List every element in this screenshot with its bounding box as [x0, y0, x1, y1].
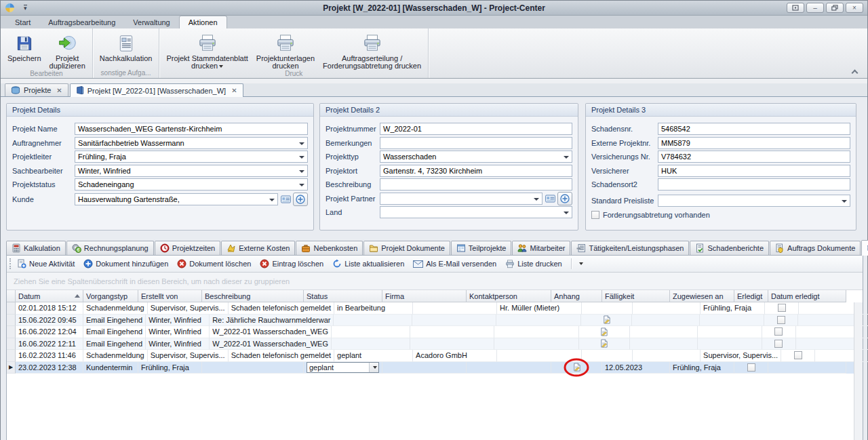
erledigt-checkbox[interactable]	[794, 351, 802, 359]
close-button[interactable]: ×	[846, 3, 863, 13]
table-row[interactable]: ▶23.02.2023 12:38KundenterminFrühling, F…	[7, 362, 863, 374]
tab-projekt-dokumente[interactable]: Projekt Dokumente	[363, 241, 450, 255]
attachment-icon[interactable]	[599, 327, 608, 336]
ribbon-tab-start[interactable]: Start	[6, 16, 39, 28]
erledigt-checkbox[interactable]	[777, 316, 785, 324]
minimize-button[interactable]: –	[806, 3, 824, 13]
tab-auftrags-dokumente[interactable]: Auftrags Dokumente	[770, 241, 861, 255]
tab-rechnungsplanung[interactable]: €Rechnungsplanung	[66, 241, 154, 255]
column-header-beschreibung[interactable]: Beschreibung	[202, 290, 304, 302]
tab-nebenkosten[interactable]: Nebenkosten	[296, 241, 363, 255]
column-header-status[interactable]: Status	[304, 290, 382, 302]
chevron-down-icon[interactable]	[564, 156, 569, 159]
projekt-stammdatenblatt-drucken-button[interactable]: Projekt Stammdatenblattdrucken	[162, 31, 252, 70]
field-projektnummer[interactable]: W_2022-01	[380, 123, 572, 135]
field-auftragnehmer[interactable]: Sanitärfachbetrieb Wassermann	[75, 137, 308, 149]
tab-taetigkeiten-leistungsphasen[interactable]: Tätigkeiten/Leistungsphasen	[571, 241, 689, 255]
tab-kalkulation[interactable]: Kalkulation	[6, 241, 66, 255]
forderungsabtretung-checkbox[interactable]	[591, 211, 599, 219]
lookup-card-icon[interactable]	[281, 195, 291, 203]
tab-schadenberichte[interactable]: Schadenberichte	[690, 241, 769, 255]
column-header-faelligkeit[interactable]: Fälligkeit	[602, 290, 670, 302]
chevron-down-icon[interactable]	[299, 142, 304, 145]
vertical-scrollbar[interactable]	[854, 302, 863, 440]
column-header-zugewiesen-an[interactable]: Zugewiesen an	[670, 290, 734, 302]
neue-aktivitaet-button[interactable]: Neue Aktivität	[17, 259, 75, 268]
erledigt-checkbox[interactable]	[778, 304, 786, 312]
projekt-duplizieren-button[interactable]: Projektduplizieren	[45, 31, 90, 70]
table-row[interactable]: 16.02.2023 11:46SchadenmeldungSupervisor…	[7, 350, 863, 362]
field-standard-preisliste[interactable]	[658, 195, 850, 207]
table-row[interactable]: 16.06.2022 12:11Email EingehendWinter, W…	[7, 338, 863, 351]
auftragserteilung-forderungsabtretung-drucken-button[interactable]: Auftragserteilung /Forderungsabtretung d…	[319, 31, 425, 70]
document-tab-projekte[interactable]: Projekte✕	[5, 83, 68, 96]
field-kunde[interactable]: Hausverwaltung Gartenstraße,	[75, 193, 278, 205]
chevron-down-icon[interactable]	[299, 156, 304, 159]
erledigt-checkbox[interactable]	[774, 340, 783, 348]
lookup-card-icon[interactable]	[545, 195, 555, 203]
eintrag-loeschen-button[interactable]: Eintrag löschen	[260, 259, 323, 268]
field-beschreibung[interactable]	[380, 178, 572, 191]
dokument-loeschen-button[interactable]: Dokument löschen	[177, 259, 251, 268]
attachment-icon[interactable]	[602, 315, 611, 324]
ribbon-tab-auftragsbearbeitung[interactable]: Auftragsbearbeitung	[39, 16, 124, 28]
chevron-down-icon[interactable]	[842, 200, 847, 203]
field-sachbearbeiter[interactable]: Winter, Winfried	[75, 165, 308, 177]
nachkalkulation-button[interactable]: Nachkalkulation	[96, 31, 157, 69]
tab-mitarbeiter[interactable]: Mitarbeiter	[512, 241, 570, 255]
attachment-icon[interactable]	[599, 339, 608, 348]
restore-button[interactable]	[826, 3, 844, 13]
dokument-hinzufuegen-button[interactable]: Dokument hinzufügen	[83, 259, 168, 268]
field-schadensnr[interactable]: 5468542	[658, 123, 850, 135]
liste-aktualisieren-button[interactable]: Liste aktualisieren	[332, 259, 404, 268]
ribbon-tab-aktionen[interactable]: Aktionen	[179, 16, 227, 28]
fullscreen-button[interactable]	[787, 3, 804, 13]
column-header-firma[interactable]: Firma	[382, 290, 467, 302]
liste-drucken-button[interactable]: Liste drucken	[505, 260, 561, 268]
table-row[interactable]: 15.06.2022 09:45Email EingehendWinter, W…	[7, 315, 863, 327]
ribbon-collapse-icon[interactable]	[852, 70, 858, 74]
add-projekt-partner-button[interactable]	[557, 192, 572, 205]
tab-externe-kosten[interactable]: Externe Kosten	[221, 241, 295, 255]
erledigt-checkbox[interactable]	[747, 363, 755, 372]
field-projektstatus[interactable]: Schadeneingang	[75, 178, 308, 191]
table-row[interactable]: 16.06.2022 12:04Email EingehendWinter, W…	[7, 326, 863, 338]
document-tab-projekt-w-2022-01-wasserschaden-w[interactable]: Projekt [W_2022-01] [Wasserschaden_W]✕	[70, 83, 243, 97]
field-projekt-name[interactable]: Wasserschaden_WEG Gartenstr-Kirchheim	[75, 123, 308, 135]
status-dropdown-editor[interactable]: geplant	[307, 362, 379, 373]
field-projektleiter[interactable]: Frühling, Fraja	[75, 151, 308, 163]
column-header-vorgangstyp[interactable]: Vorgangstyp	[83, 290, 138, 302]
ribbon-tab-verwaltung[interactable]: Verwaltung	[124, 16, 178, 28]
field-versicherer[interactable]: HUK	[658, 165, 850, 177]
column-header-erstellt-von[interactable]: Erstellt von	[138, 290, 202, 302]
toolbar-overflow-button[interactable]	[576, 258, 586, 271]
column-header-kontaktperson[interactable]: Kontaktperson	[467, 290, 551, 302]
tab-teilprojekte[interactable]: Teilprojekte	[451, 241, 512, 255]
add-kunde-button[interactable]	[293, 193, 308, 206]
field-projekttyp[interactable]: Wasserschaden	[380, 151, 572, 163]
field-schadensort2[interactable]	[658, 178, 850, 191]
chevron-down-icon[interactable]	[269, 199, 275, 201]
speichern-button[interactable]: Speichern	[3, 31, 45, 70]
erledigt-checkbox[interactable]	[774, 327, 783, 336]
projektunterlagen-drucken-button[interactable]: Projektunterlagendrucken	[252, 31, 319, 70]
tab-aktivitaeten[interactable]: Aktivitäten	[861, 240, 868, 256]
field-versicherungs-nr[interactable]: V784632	[658, 151, 850, 163]
dropdown-button[interactable]	[369, 363, 378, 372]
field-externe-projektnr[interactable]: MM5879	[658, 137, 850, 149]
chevron-down-icon[interactable]	[299, 170, 304, 173]
column-header-datum[interactable]: Datum	[16, 290, 83, 302]
chevron-down-icon[interactable]	[564, 212, 569, 214]
chevron-down-icon[interactable]	[299, 184, 304, 186]
tab-projektzeiten[interactable]: Projektzeiten	[155, 241, 221, 255]
field-projektort[interactable]: Gartenstr. 4, 73230 Kirchheim	[380, 165, 572, 177]
chevron-down-icon[interactable]	[534, 198, 539, 201]
column-header-anhang[interactable]: Anhang	[551, 290, 602, 302]
close-tab-icon[interactable]: ✕	[231, 87, 237, 94]
als-e-mail-versenden-button[interactable]: Als E-Mail versenden	[413, 260, 496, 268]
table-row[interactable]: 02.01.2018 15:12SchadenmeldungSupervisor…	[7, 302, 863, 315]
close-tab-icon[interactable]: ✕	[56, 87, 62, 94]
field-land[interactable]	[380, 206, 572, 218]
attachment-icon[interactable]	[572, 363, 581, 372]
field-bemerkungen[interactable]	[380, 137, 572, 149]
